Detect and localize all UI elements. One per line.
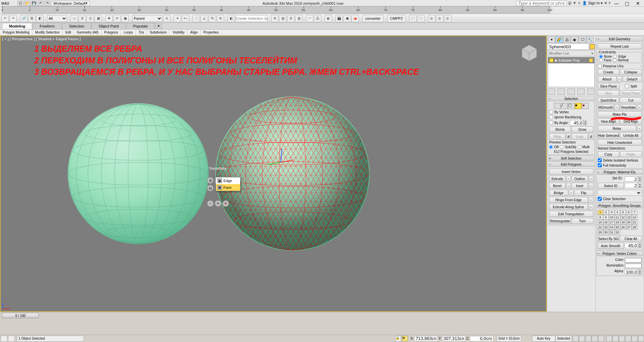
autokey-button[interactable]: Auto Key — [532, 336, 555, 342]
bevel-button[interactable]: Bevel — [549, 183, 566, 189]
hinge-button[interactable]: Hinge From Edge — [549, 197, 588, 203]
relax-button[interactable]: Relax — [598, 125, 637, 131]
show-end-icon[interactable] — [557, 89, 565, 95]
vcolor-swatch[interactable] — [625, 258, 642, 263]
rollup-selection[interactable]: −Selection — [548, 96, 595, 101]
schematic-icon[interactable]: 品 — [314, 15, 321, 22]
sg-1[interactable]: 1 — [598, 210, 603, 215]
hide-unselected-button[interactable]: Hide Unselected — [598, 139, 642, 146]
mirror-icon[interactable]: ⧉ — [271, 15, 278, 22]
stack-item-editablepoly[interactable]: ■Editable Poly — [548, 57, 594, 63]
attach-button[interactable]: Attach — [598, 76, 617, 82]
preview-multi-radio[interactable] — [578, 145, 581, 149]
open-icon[interactable]: 📂 — [24, 1, 30, 6]
clear-selection-check[interactable] — [598, 197, 602, 201]
new-icon[interactable]: 🗋 — [17, 1, 23, 6]
by-angle-check[interactable] — [549, 121, 553, 125]
time-slider-bar[interactable]: 0 / 100 — [0, 312, 644, 319]
undo-icon[interactable]: ↶ — [38, 1, 44, 6]
exchange-icon[interactable]: ✕ — [604, 1, 607, 5]
element-level-icon[interactable]: ◆ — [582, 103, 589, 109]
lock-selection-icon[interactable]: 🔒 — [395, 336, 401, 342]
ignore-backfacing-check[interactable] — [549, 115, 553, 119]
rollup-editpolys[interactable]: −Edit Polygons — [548, 162, 595, 167]
unhide-all-button[interactable]: Unhide All — [620, 132, 642, 138]
material-editor-icon[interactable]: ◐ — [325, 15, 332, 22]
help-icon[interactable]: ? — [608, 1, 610, 5]
time-ruler[interactable]: 0510152025303540455055606570758085909510… — [2, 6, 550, 13]
preserve-uvs-settings[interactable]: ▫ — [640, 64, 642, 68]
outline-settings[interactable]: ▫ — [589, 176, 593, 182]
prev-frame-icon[interactable] — [579, 336, 585, 342]
rotate-icon[interactable]: ⟳ — [113, 15, 121, 22]
inset-button[interactable]: Inset — [572, 183, 588, 189]
curve-editor-icon[interactable]: 〰 — [306, 15, 313, 22]
loop-spinner[interactable]: ⇵ — [589, 133, 593, 139]
bridge-button[interactable]: Bridge — [549, 190, 568, 196]
render-frame-icon[interactable]: ▣ — [343, 15, 351, 22]
app-logo[interactable]: MAX — [1, 1, 9, 5]
window-crossing-icon[interactable]: ▦ — [95, 15, 102, 22]
vertex-level-icon[interactable]: ⋮ — [554, 103, 560, 109]
hide-selected-button[interactable]: Hide Selected — [598, 132, 620, 138]
rollup-matids[interactable]: −Polygon: Material IDs — [596, 169, 643, 175]
create-button[interactable]: Create — [598, 69, 620, 75]
material-name-select[interactable] — [598, 190, 642, 196]
attach-list[interactable]: ▫ — [617, 76, 622, 82]
zoom-icon[interactable] — [619, 336, 625, 342]
modify-tab-icon[interactable]: 🌈 — [555, 36, 563, 43]
viewport-label[interactable]: [ + ] [ Perspective ] [ Shaded + Edged F… — [2, 37, 81, 41]
next-frame-icon[interactable] — [592, 336, 598, 342]
select-name-icon[interactable]: ☰ — [78, 15, 86, 22]
constraint-face[interactable] — [599, 58, 603, 62]
panel-align[interactable]: Align — [187, 30, 201, 35]
hierarchy-tab-icon[interactable]: 品 — [563, 36, 571, 43]
infocenter-icon[interactable]: 🛈 — [568, 1, 572, 5]
ribbon-collapse-icon[interactable]: ▾ — [155, 22, 162, 29]
bind-icon[interactable]: ◧ — [36, 15, 44, 22]
utilities-tab-icon[interactable]: 🔧 — [586, 36, 594, 43]
tool-e-icon[interactable]: ◎ — [444, 15, 451, 22]
pivot-icon[interactable]: ⊙ — [163, 15, 170, 22]
help-search[interactable] — [516, 1, 567, 6]
bridge-settings[interactable]: ▫ — [569, 190, 574, 196]
panel-visibility[interactable]: Visibility — [170, 30, 187, 35]
flip-button[interactable]: Flip — [574, 190, 593, 196]
time-slider[interactable]: 0 / 100 — [2, 313, 39, 318]
layers-icon[interactable]: ☰ — [287, 15, 294, 22]
snap-icon[interactable]: ⬚ — [193, 15, 200, 22]
slice-plane-button[interactable]: Slice Plane — [598, 83, 620, 89]
hinge-settings[interactable]: ▫ — [589, 197, 593, 203]
tessellate-settings[interactable]: ▫ — [637, 104, 642, 110]
caddy-apply-icon[interactable]: + — [215, 200, 221, 207]
percent-snap-icon[interactable]: % — [209, 15, 216, 22]
display-toggle-icon[interactable] — [549, 58, 553, 62]
pan-icon[interactable] — [606, 336, 612, 342]
panel-tris[interactable]: Tris — [136, 30, 147, 35]
polygon-level-icon[interactable]: ■ — [575, 103, 582, 109]
make-planar-button[interactable]: Make Pla — [598, 111, 642, 117]
save-icon[interactable]: 💾 — [31, 1, 37, 6]
retriangulate-button[interactable]: Retriangulate — [549, 218, 571, 224]
modifier-stack[interactable]: ■Editable Poly — [548, 57, 595, 87]
select-id-value[interactable] — [625, 183, 638, 188]
by-angle-value[interactable] — [570, 120, 583, 125]
by-vertex-check[interactable] — [549, 110, 553, 114]
maxscript-icon[interactable] — [1, 336, 7, 342]
delete-isolated-check[interactable] — [598, 158, 602, 162]
border-level-icon[interactable]: ◯ — [568, 103, 575, 109]
valpha-value[interactable] — [625, 269, 638, 275]
shrink-button[interactable]: Shrink — [549, 126, 571, 132]
select-region-icon[interactable]: ◫ — [87, 15, 94, 22]
caddy-option-face[interactable]: ▩Face — [216, 184, 240, 191]
cmpp2-button[interactable]: CMPP2 — [387, 15, 406, 22]
grid-align-button[interactable]: Grid Align — [620, 118, 642, 124]
play-icon[interactable] — [585, 336, 591, 342]
panel-polygons[interactable]: Polygons — [102, 30, 121, 35]
extrude-button[interactable]: Extrude — [549, 176, 566, 182]
msmooth-button[interactable]: MSmooth — [598, 104, 614, 110]
ref-coord-system[interactable]: Parent — [132, 15, 162, 22]
status-x[interactable] — [414, 336, 438, 341]
status-z[interactable] — [470, 336, 493, 341]
tab-modeling[interactable]: Modeling — [2, 23, 32, 29]
